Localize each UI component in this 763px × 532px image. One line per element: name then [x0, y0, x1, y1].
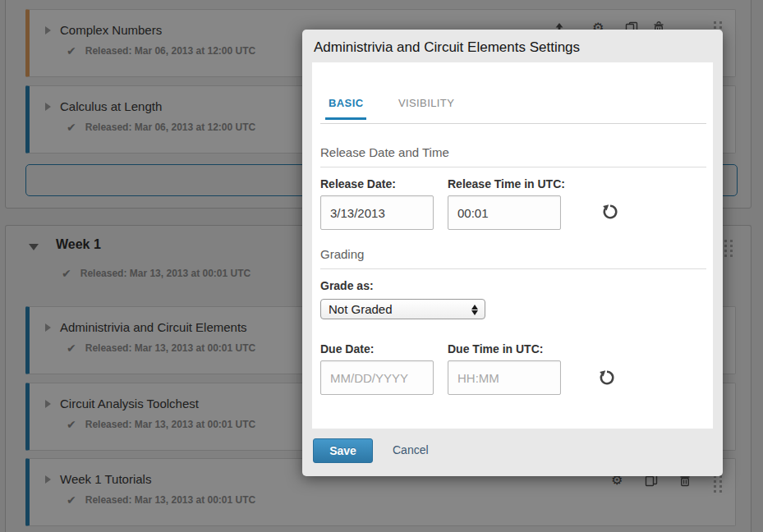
- release-time-label: Release Time in UTC:: [448, 177, 565, 190]
- tab-visibility[interactable]: VISIBILITY: [395, 95, 457, 117]
- tabs-divider: [320, 123, 706, 124]
- release-date-input[interactable]: [320, 195, 434, 230]
- release-time-input[interactable]: [448, 195, 561, 230]
- save-button[interactable]: Save: [313, 438, 373, 463]
- modal-title: Administrivia and Circuit Elements Setti…: [302, 30, 723, 56]
- grade-as-value: Not Graded: [329, 302, 393, 316]
- reset-release-icon[interactable]: [601, 203, 619, 221]
- due-date-label: Due Date:: [320, 342, 374, 355]
- divider: [320, 268, 706, 269]
- release-date-label: Release Date:: [320, 177, 396, 190]
- divider: [320, 167, 706, 167]
- modal-body: BASIC VISIBILITY Release Date and Time R…: [312, 62, 713, 429]
- tab-basic[interactable]: BASIC: [325, 95, 366, 120]
- release-section-heading: Release Date and Time: [320, 145, 449, 159]
- due-date-input[interactable]: [320, 360, 434, 395]
- select-arrows-icon: [471, 303, 478, 317]
- reset-due-icon[interactable]: [598, 369, 616, 387]
- settings-modal: Administrivia and Circuit Elements Setti…: [302, 30, 723, 476]
- due-time-input[interactable]: [448, 360, 561, 395]
- modal-tabs: BASIC VISIBILITY: [312, 95, 713, 120]
- grade-as-label: Grade as:: [320, 279, 374, 292]
- grading-section-heading: Grading: [320, 247, 364, 261]
- due-time-label: Due Time in UTC:: [448, 342, 543, 355]
- cancel-button[interactable]: Cancel: [393, 443, 429, 456]
- grade-as-select[interactable]: Not Graded: [320, 299, 485, 319]
